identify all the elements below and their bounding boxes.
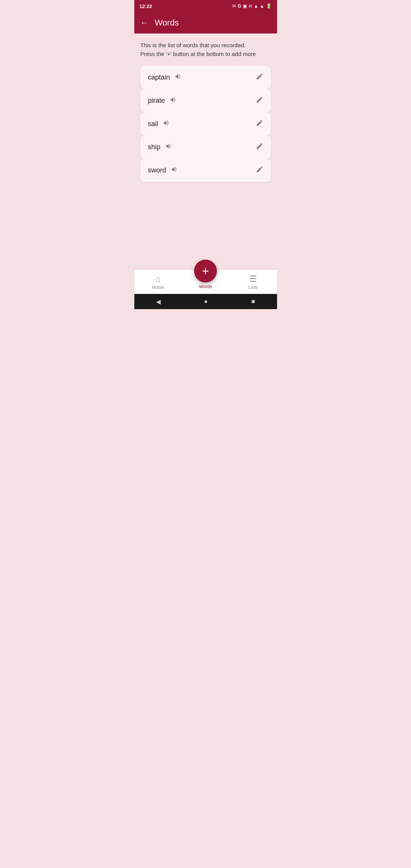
status-time: 12:22 (140, 3, 152, 9)
fab-container: + (194, 260, 217, 282)
battery-icon: 🔋 (266, 3, 272, 9)
wifi-icon: ▲ (254, 3, 258, 9)
edit-icon-captain[interactable] (256, 73, 263, 82)
words-list: captain pirate (140, 66, 271, 182)
system-nav-bar: ◀ ● ■ (134, 294, 277, 309)
nav-item-lists[interactable]: ☰ Lists (229, 272, 277, 292)
speaker-icon-sword[interactable] (170, 166, 178, 175)
word-left-pirate: pirate (148, 96, 177, 105)
word-text-sword: sword (148, 166, 166, 174)
word-text-sail: sail (148, 120, 158, 128)
nav-label-words: Words (199, 284, 212, 289)
home-system-button[interactable]: ● (204, 298, 208, 305)
nav-label-lists: Lists (249, 285, 258, 290)
status-bar: 12:22 ✉ G ▣ ⊘ ▲ ▲ 🔋 (134, 0, 277, 12)
edit-icon-sword[interactable] (256, 166, 263, 175)
edit-icon-pirate[interactable] (256, 96, 263, 105)
speaker-icon-ship[interactable] (164, 143, 173, 152)
main-content: This is the list of words that you recor… (134, 34, 277, 270)
recent-system-button[interactable]: ■ (252, 298, 255, 305)
blocked-icon: ⊘ (249, 3, 252, 9)
speaker-icon-pirate[interactable] (169, 96, 177, 105)
back-system-button[interactable]: ◀ (156, 298, 161, 305)
g-icon: G (237, 3, 241, 9)
mail-icon: ✉ (232, 3, 236, 9)
speaker-icon-captain[interactable] (174, 73, 182, 82)
status-icons: ✉ G ▣ ⊘ ▲ ▲ 🔋 (232, 3, 271, 9)
word-left-ship: ship (148, 143, 173, 152)
add-word-button[interactable]: + (194, 260, 217, 282)
word-text-pirate: pirate (148, 97, 165, 105)
signal-icon: ▲ (260, 3, 264, 9)
word-text-captain: captain (148, 73, 170, 81)
word-card-ship: ship (140, 136, 271, 159)
sim-icon: ▣ (243, 3, 247, 9)
page-title: Words (155, 18, 179, 28)
app-bar: ← Words (134, 12, 277, 34)
word-left-sail: sail (148, 120, 170, 128)
word-left-sword: sword (148, 166, 178, 175)
word-card-pirate: pirate (140, 89, 271, 112)
home-icon: ⌂ (155, 274, 160, 284)
description-text: This is the list of words that you recor… (140, 40, 271, 61)
word-left-captain: captain (148, 73, 182, 82)
word-card-sword: sword (140, 159, 271, 182)
nav-label-home: Home (152, 285, 164, 290)
word-card-sail: sail (140, 112, 271, 136)
back-button[interactable]: ← (140, 18, 149, 28)
word-text-ship: ship (148, 143, 161, 151)
edit-icon-ship[interactable] (256, 142, 263, 152)
nav-item-home[interactable]: ⌂ Home (134, 272, 182, 292)
word-card-captain: captain (140, 66, 271, 89)
speaker-icon-sail[interactable] (162, 120, 170, 128)
edit-icon-sail[interactable] (256, 119, 263, 129)
lists-icon: ☰ (249, 274, 257, 284)
